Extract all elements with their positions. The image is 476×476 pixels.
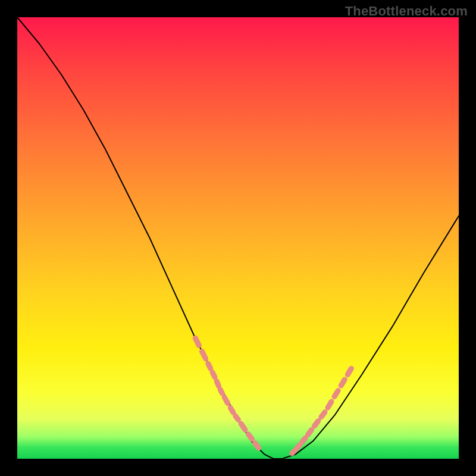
highlight-dashes-right-dash: [308, 430, 312, 434]
chart-frame: TheBottleneck.com: [0, 0, 476, 476]
highlight-dashes-right-dash: [302, 438, 305, 441]
chart-svg: [0, 0, 476, 476]
highlight-dashes-left-dash: [202, 352, 205, 359]
highlight-dashes-left-dash: [195, 338, 199, 345]
highlight-dashes-right-dash: [292, 451, 295, 453]
highlight-dashes-left-dash: [224, 397, 228, 403]
curve-layer: [17, 17, 459, 459]
highlight-dashes-right-dash: [297, 445, 300, 449]
highlight-dashes-left-dash: [255, 443, 259, 448]
highlight-dashes-left-dash: [230, 408, 233, 412]
highlight-dashes-right-dash: [328, 402, 331, 408]
highlight-dashes-left-dash: [248, 434, 252, 439]
highlight-dashes-left-dash: [217, 381, 218, 386]
highlight-dash-layer: [195, 338, 351, 453]
highlight-dashes-left-dash: [208, 364, 211, 368]
highlight-dashes-right-dash: [321, 412, 325, 417]
highlight-dashes-right-dash: [347, 368, 351, 374]
highlight-dashes-right-dash: [315, 421, 318, 426]
bottleneck-curve-path: [17, 17, 459, 459]
highlight-dashes-left-dash: [236, 416, 239, 419]
watermark-text: TheBottleneck.com: [345, 4, 468, 19]
highlight-dashes-right-dash: [334, 391, 338, 397]
highlight-dashes-left-dash: [241, 424, 245, 430]
highlight-dashes-left-dash: [212, 372, 215, 377]
highlight-dashes-left-dash: [220, 390, 222, 393]
highlight-dashes-right-dash: [341, 380, 345, 386]
